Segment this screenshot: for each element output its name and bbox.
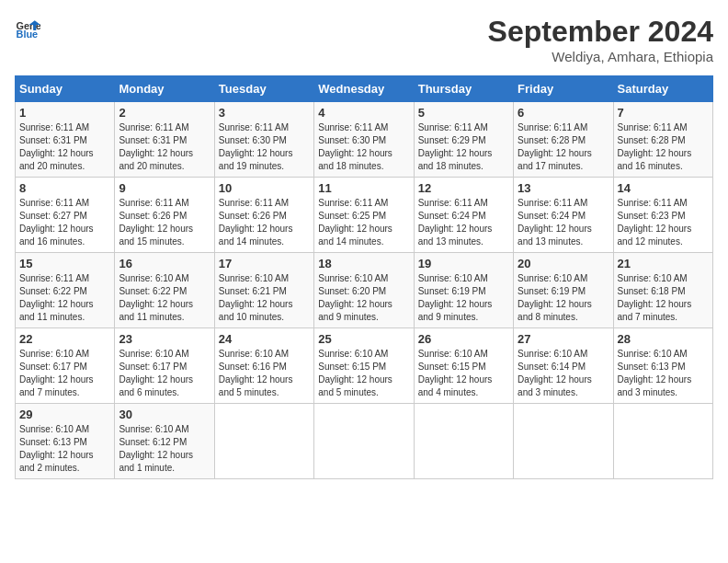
day-cell	[214, 404, 313, 479]
day-cell: 25Sunrise: 6:10 AM Sunset: 6:15 PM Dayli…	[314, 328, 414, 404]
day-info: Sunrise: 6:11 AM Sunset: 6:26 PM Dayligh…	[119, 197, 210, 248]
day-cell: 14Sunrise: 6:11 AM Sunset: 6:23 PM Dayli…	[613, 178, 712, 253]
day-info: Sunrise: 6:11 AM Sunset: 6:24 PM Dayligh…	[418, 197, 509, 248]
day-number: 30	[119, 408, 210, 421]
logo-icon: General Blue	[15, 15, 40, 40]
day-number: 18	[318, 257, 409, 270]
day-number: 11	[318, 181, 409, 195]
day-number: 12	[418, 181, 509, 195]
day-number: 1	[19, 106, 110, 120]
day-cell: 8Sunrise: 6:11 AM Sunset: 6:27 PM Daylig…	[16, 178, 115, 253]
day-info: Sunrise: 6:10 AM Sunset: 6:20 PM Dayligh…	[318, 272, 409, 324]
page-header: General Blue September 2024 Weldiya, Amh…	[15, 15, 713, 64]
day-number: 21	[618, 257, 709, 270]
day-cell: 11Sunrise: 6:11 AM Sunset: 6:25 PM Dayli…	[314, 178, 414, 253]
day-cell	[514, 404, 613, 479]
day-number: 24	[219, 332, 310, 346]
header-cell-wednesday: Wednesday	[314, 76, 414, 102]
week-row-2: 8Sunrise: 6:11 AM Sunset: 6:27 PM Daylig…	[16, 178, 713, 253]
day-cell: 18Sunrise: 6:10 AM Sunset: 6:20 PM Dayli…	[314, 253, 414, 328]
day-cell: 7Sunrise: 6:11 AM Sunset: 6:28 PM Daylig…	[613, 102, 712, 178]
day-info: Sunrise: 6:10 AM Sunset: 6:12 PM Dayligh…	[119, 423, 210, 475]
day-info: Sunrise: 6:10 AM Sunset: 6:21 PM Dayligh…	[219, 272, 310, 324]
day-info: Sunrise: 6:11 AM Sunset: 6:27 PM Dayligh…	[19, 197, 110, 248]
header-cell-thursday: Thursday	[414, 76, 513, 102]
day-number: 26	[418, 332, 509, 346]
day-info: Sunrise: 6:10 AM Sunset: 6:17 PM Dayligh…	[19, 348, 110, 399]
day-number: 2	[119, 106, 210, 120]
header-row: SundayMondayTuesdayWednesdayThursdayFrid…	[16, 76, 713, 102]
day-cell: 23Sunrise: 6:10 AM Sunset: 6:17 PM Dayli…	[115, 328, 214, 404]
day-number: 19	[418, 257, 509, 270]
day-cell: 16Sunrise: 6:10 AM Sunset: 6:22 PM Dayli…	[115, 253, 214, 328]
calendar-table: SundayMondayTuesdayWednesdayThursdayFrid…	[15, 75, 713, 479]
day-number: 4	[318, 106, 409, 120]
day-number: 7	[618, 106, 709, 120]
week-row-1: 1Sunrise: 6:11 AM Sunset: 6:31 PM Daylig…	[16, 102, 713, 178]
day-info: Sunrise: 6:11 AM Sunset: 6:31 PM Dayligh…	[119, 121, 210, 173]
day-number: 10	[219, 181, 310, 195]
day-cell	[314, 404, 414, 479]
day-info: Sunrise: 6:11 AM Sunset: 6:22 PM Dayligh…	[19, 272, 110, 324]
day-cell: 6Sunrise: 6:11 AM Sunset: 6:28 PM Daylig…	[514, 102, 613, 178]
day-number: 27	[518, 332, 609, 346]
day-info: Sunrise: 6:10 AM Sunset: 6:16 PM Dayligh…	[219, 348, 310, 399]
day-number: 16	[119, 257, 210, 270]
day-cell: 19Sunrise: 6:10 AM Sunset: 6:19 PM Dayli…	[414, 253, 513, 328]
day-info: Sunrise: 6:11 AM Sunset: 6:25 PM Dayligh…	[318, 197, 409, 248]
day-number: 9	[119, 181, 210, 195]
month-title: September 2024	[488, 15, 713, 49]
day-cell: 17Sunrise: 6:10 AM Sunset: 6:21 PM Dayli…	[214, 253, 313, 328]
day-info: Sunrise: 6:10 AM Sunset: 6:15 PM Dayligh…	[418, 348, 509, 399]
header-cell-sunday: Sunday	[16, 76, 115, 102]
calendar-header: SundayMondayTuesdayWednesdayThursdayFrid…	[16, 76, 713, 102]
day-cell: 12Sunrise: 6:11 AM Sunset: 6:24 PM Dayli…	[414, 178, 513, 253]
day-number: 14	[618, 181, 709, 195]
header-cell-saturday: Saturday	[613, 76, 712, 102]
week-row-5: 29Sunrise: 6:10 AM Sunset: 6:13 PM Dayli…	[16, 404, 713, 479]
header-cell-monday: Monday	[115, 76, 214, 102]
day-cell: 1Sunrise: 6:11 AM Sunset: 6:31 PM Daylig…	[16, 102, 115, 178]
day-info: Sunrise: 6:10 AM Sunset: 6:17 PM Dayligh…	[119, 348, 210, 399]
week-row-3: 15Sunrise: 6:11 AM Sunset: 6:22 PM Dayli…	[16, 253, 713, 328]
day-info: Sunrise: 6:11 AM Sunset: 6:30 PM Dayligh…	[219, 121, 310, 173]
day-number: 20	[518, 257, 609, 270]
day-info: Sunrise: 6:10 AM Sunset: 6:13 PM Dayligh…	[618, 348, 709, 399]
day-info: Sunrise: 6:11 AM Sunset: 6:28 PM Dayligh…	[618, 121, 709, 173]
day-info: Sunrise: 6:11 AM Sunset: 6:31 PM Dayligh…	[19, 121, 110, 173]
day-number: 17	[219, 257, 310, 270]
day-info: Sunrise: 6:10 AM Sunset: 6:14 PM Dayligh…	[518, 348, 609, 399]
day-cell: 4Sunrise: 6:11 AM Sunset: 6:30 PM Daylig…	[314, 102, 414, 178]
day-cell: 29Sunrise: 6:10 AM Sunset: 6:13 PM Dayli…	[16, 404, 115, 479]
day-number: 5	[418, 106, 509, 120]
day-info: Sunrise: 6:11 AM Sunset: 6:24 PM Dayligh…	[518, 197, 609, 248]
header-cell-tuesday: Tuesday	[214, 76, 313, 102]
day-cell: 13Sunrise: 6:11 AM Sunset: 6:24 PM Dayli…	[514, 178, 613, 253]
day-info: Sunrise: 6:11 AM Sunset: 6:29 PM Dayligh…	[418, 121, 509, 173]
day-cell: 24Sunrise: 6:10 AM Sunset: 6:16 PM Dayli…	[214, 328, 313, 404]
day-cell: 9Sunrise: 6:11 AM Sunset: 6:26 PM Daylig…	[115, 178, 214, 253]
day-info: Sunrise: 6:10 AM Sunset: 6:19 PM Dayligh…	[418, 272, 509, 324]
day-cell: 5Sunrise: 6:11 AM Sunset: 6:29 PM Daylig…	[414, 102, 513, 178]
day-cell: 28Sunrise: 6:10 AM Sunset: 6:13 PM Dayli…	[613, 328, 712, 404]
day-info: Sunrise: 6:11 AM Sunset: 6:30 PM Dayligh…	[318, 121, 409, 173]
title-block: September 2024 Weldiya, Amhara, Ethiopia	[488, 15, 713, 64]
day-number: 28	[618, 332, 709, 346]
day-number: 6	[518, 106, 609, 120]
day-number: 8	[19, 181, 110, 195]
day-cell: 27Sunrise: 6:10 AM Sunset: 6:14 PM Dayli…	[514, 328, 613, 404]
day-cell: 21Sunrise: 6:10 AM Sunset: 6:18 PM Dayli…	[613, 253, 712, 328]
day-info: Sunrise: 6:10 AM Sunset: 6:18 PM Dayligh…	[618, 272, 709, 324]
header-cell-friday: Friday	[514, 76, 613, 102]
day-cell: 20Sunrise: 6:10 AM Sunset: 6:19 PM Dayli…	[514, 253, 613, 328]
day-cell: 10Sunrise: 6:11 AM Sunset: 6:26 PM Dayli…	[214, 178, 313, 253]
logo: General Blue	[15, 15, 40, 40]
day-info: Sunrise: 6:10 AM Sunset: 6:22 PM Dayligh…	[119, 272, 210, 324]
day-number: 29	[19, 408, 110, 421]
day-number: 3	[219, 106, 310, 120]
day-cell: 26Sunrise: 6:10 AM Sunset: 6:15 PM Dayli…	[414, 328, 513, 404]
day-info: Sunrise: 6:11 AM Sunset: 6:26 PM Dayligh…	[219, 197, 310, 248]
day-number: 25	[318, 332, 409, 346]
calendar-body: 1Sunrise: 6:11 AM Sunset: 6:31 PM Daylig…	[16, 102, 713, 479]
day-cell: 30Sunrise: 6:10 AM Sunset: 6:12 PM Dayli…	[115, 404, 214, 479]
